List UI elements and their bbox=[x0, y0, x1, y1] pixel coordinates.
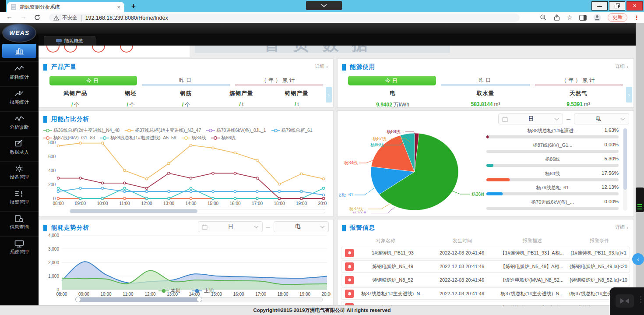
legend-item-3[interactable]: 杨70进线6kV(备)_0JL_1 bbox=[206, 127, 266, 134]
alarm-row-3[interactable]: 铸钢精炼炉_N8_522022-12-03 20:41:46【锻造电弧炉(MVA… bbox=[341, 274, 630, 286]
trend-legend-item-2[interactable]: 上期 bbox=[192, 287, 214, 294]
range-dash: – bbox=[266, 223, 270, 231]
ranking-item-4[interactable]: 杨84线17.56% bbox=[486, 170, 619, 185]
maximize-button[interactable] bbox=[609, 1, 625, 11]
svg-text:3,000: 3,000 bbox=[48, 247, 59, 251]
sidebar-item-4[interactable]: 数据录入 bbox=[0, 136, 39, 161]
energy-tab-1[interactable]: 今日 bbox=[348, 76, 436, 85]
trend-legend-label: 上期 bbox=[204, 287, 214, 294]
metric-select[interactable]: 电 bbox=[574, 113, 629, 124]
sidepanel-icon[interactable] bbox=[579, 14, 587, 21]
detail-link[interactable]: 详细 › bbox=[615, 224, 628, 230]
sidebar: 能耗统计报表统计分析诊断数据录入设备管理报警管理信息查询系统管理 bbox=[0, 35, 39, 305]
close-button[interactable]: ✕ bbox=[626, 1, 643, 11]
svg-text:0: 0 bbox=[53, 196, 56, 201]
svg-text:16:00: 16:00 bbox=[229, 201, 240, 206]
alarm-row-4[interactable]: 杨37线总柜(1#主变进线)_N...2022-12-03 20:41:46杨3… bbox=[341, 287, 630, 300]
ranking-scrollbar[interactable] bbox=[623, 128, 627, 211]
sidebar-item-2[interactable]: 报表统计 bbox=[0, 86, 39, 111]
sidebar-item-5[interactable]: 设备管理 bbox=[0, 161, 39, 186]
stat-unit: t bbox=[297, 101, 299, 107]
period-select[interactable]: 日 bbox=[198, 221, 263, 232]
stat-value: /个 bbox=[103, 101, 158, 109]
sidebar-item-6[interactable]: 报警管理 bbox=[0, 186, 39, 211]
pie-label: 杨84线 bbox=[344, 160, 358, 165]
sidebar-item-7[interactable]: 信息查询 bbox=[0, 211, 39, 236]
legend-item-1[interactable]: 杨36线总柜(2#主变进线)_N4_48 bbox=[43, 127, 120, 134]
minimize-button[interactable]: — bbox=[591, 1, 608, 11]
usage-pie-chart[interactable]: 杨88线...杨87线...杨86线杨84线总柜_61杨37线...杨70进..… bbox=[339, 126, 484, 213]
detail-label: 详细 bbox=[315, 63, 324, 70]
bookmark-star-icon[interactable]: ☆ bbox=[567, 14, 573, 21]
video-overlay[interactable] bbox=[610, 287, 644, 315]
back-icon[interactable]: ← bbox=[6, 13, 13, 20]
energy-tab-3[interactable]: （年）累计 bbox=[535, 76, 623, 85]
datazoom-slider[interactable] bbox=[76, 297, 323, 302]
pie-label: 杨88线... bbox=[387, 129, 404, 134]
energy-tab-2[interactable]: 昨日 bbox=[441, 76, 529, 85]
sidebar-item-3[interactable]: 分析诊断 bbox=[0, 111, 39, 136]
stat-label: 电 bbox=[346, 90, 439, 97]
share-icon[interactable] bbox=[553, 14, 560, 21]
address-bar[interactable]: 不安全 | 192.168.18.239:8080/Home/Index bbox=[49, 14, 520, 22]
ranking-item-3[interactable]: 杨86线5.30% bbox=[486, 156, 619, 170]
forward-icon[interactable]: → bbox=[20, 13, 27, 20]
alarm-desc: 【炼钢电弧炉_N5_49】A相... bbox=[495, 263, 569, 270]
legend-item-2[interactable]: 杨37线总柜(1#主变进线)_N3_47 bbox=[125, 127, 201, 134]
alarm-row-2[interactable]: 炼钢电弧炉_N5_492022-12-03 20:41:46【炼钢电弧炉_N5_… bbox=[341, 260, 630, 273]
ranking-item-5[interactable]: 杨79线总柜_6112.13% bbox=[486, 184, 619, 199]
scrollbar-thumb[interactable] bbox=[623, 128, 627, 190]
product-tab-2[interactable]: 昨日 bbox=[142, 76, 230, 85]
capture-widget[interactable] bbox=[636, 188, 644, 212]
download-bar-toggle[interactable] bbox=[306, 1, 342, 10]
product-tab-1[interactable]: 今日 bbox=[49, 76, 137, 85]
legend-marker-icon bbox=[206, 128, 215, 133]
ranking-item-1[interactable]: 杨88线总柜(1#电源进...1.63% bbox=[486, 127, 619, 142]
panel-expander-button[interactable]: ‹ bbox=[632, 253, 644, 265]
sidebar-item-8[interactable]: 系统管理 bbox=[0, 236, 39, 261]
panel-title: 产品产量 bbox=[51, 63, 77, 71]
ranking-percent: 12.13% bbox=[602, 184, 619, 190]
browser-menu-icon[interactable]: ⋮ bbox=[634, 14, 640, 21]
workspace-tab-label: 能耗概览 bbox=[64, 38, 84, 44]
profile-icon[interactable] bbox=[593, 14, 601, 21]
url-text[interactable]: 192.168.18.239:8080/Home/Index bbox=[85, 15, 168, 21]
alarm-desc: 【1#连铸机_PB11_93】A相... bbox=[495, 250, 569, 256]
tab-close-icon[interactable]: × bbox=[117, 4, 120, 11]
detail-link[interactable]: 详细 › bbox=[315, 63, 328, 70]
ranking-item-2[interactable]: 杨87线(6kV)_G1...0.00% bbox=[486, 142, 619, 156]
range-dash: – bbox=[567, 115, 570, 123]
column-header-time: 发生时间 bbox=[429, 237, 495, 244]
alarm-row-1[interactable]: 1#连铸机_PB11_932022-12-03 20:41:46【1#连铸机_P… bbox=[341, 247, 630, 259]
video-player-icon[interactable] bbox=[616, 294, 634, 308]
workspace-tab-overview[interactable]: 能耗概览 bbox=[44, 36, 95, 46]
datazoom-handle-right[interactable] bbox=[197, 297, 202, 302]
update-button[interactable]: 更新 bbox=[608, 13, 627, 22]
trend-legend-item-1[interactable]: 本期 bbox=[158, 287, 180, 294]
carousel-next-button[interactable]: › bbox=[326, 87, 332, 103]
svg-text:19:00: 19:00 bbox=[296, 201, 307, 206]
datazoom-slider[interactable] bbox=[70, 209, 325, 213]
stat-unit: m³ bbox=[584, 101, 590, 107]
sidebar-item-home[interactable] bbox=[2, 44, 36, 58]
ranking-item-6[interactable]: 杨70进线6kV(备)_...0.00% bbox=[486, 199, 619, 213]
zoom-icon[interactable] bbox=[540, 14, 547, 21]
stat-number: / bbox=[295, 101, 296, 107]
refresh-icon[interactable] bbox=[34, 14, 40, 21]
period-select[interactable]: 日 bbox=[498, 113, 563, 124]
legend-item-4[interactable]: 杨79线总柜_61 bbox=[271, 127, 313, 134]
security-label[interactable]: 不安全 bbox=[62, 14, 77, 21]
svg-text:17:00: 17:00 bbox=[252, 201, 263, 206]
detail-link[interactable]: 详细 › bbox=[615, 63, 628, 70]
product-tab-3[interactable]: （年）累计 bbox=[235, 76, 323, 85]
new-tab-button[interactable]: + bbox=[131, 2, 136, 11]
browser-tab[interactable]: 能源监测分析系统 × bbox=[7, 2, 124, 12]
carousel-next-button[interactable]: › bbox=[626, 87, 632, 103]
video-menu-icon[interactable] bbox=[640, 296, 641, 303]
period-value: 日 bbox=[510, 115, 553, 123]
metric-select[interactable]: 电 bbox=[274, 221, 329, 232]
sidebar-item-1[interactable]: 能耗统计 bbox=[0, 61, 39, 86]
legend-label: 杨79线总柜_61 bbox=[282, 127, 313, 134]
product-stat-5: 铸钢产量/t bbox=[269, 90, 324, 109]
datazoom-handle-left[interactable] bbox=[75, 297, 81, 302]
